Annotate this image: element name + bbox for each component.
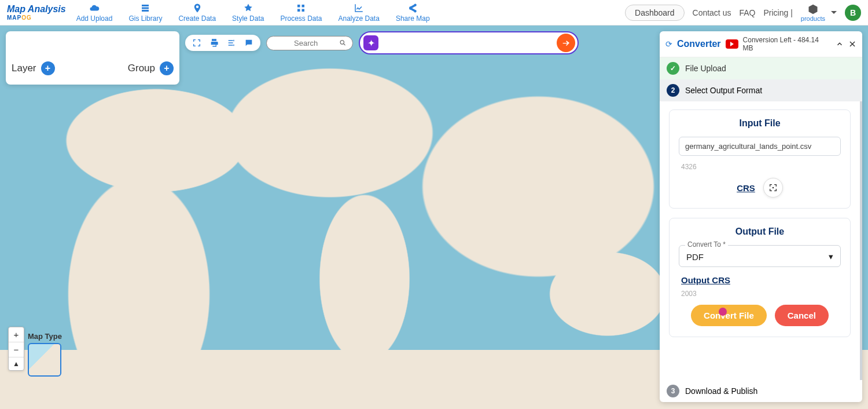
settings-icon[interactable] — [227, 38, 236, 48]
converter-panel: ⟳ Converter Conversion Left - 484.14 MB … — [660, 31, 862, 402]
step-output-format[interactable]: 2 Select Output Format — [660, 79, 862, 101]
arrow-right-icon — [561, 38, 571, 48]
output-crs-code: 2003 — [679, 289, 841, 301]
chevron-down-icon[interactable] — [831, 11, 837, 17]
print-icon[interactable] — [209, 38, 219, 48]
input-file-heading: Input File — [679, 118, 841, 129]
ai-bar[interactable]: ✦ — [359, 31, 579, 54]
style-icon — [243, 3, 253, 13]
library-icon — [140, 3, 150, 13]
output-file-heading: Output File — [679, 227, 841, 237]
brand-subtitle: MAPOG — [7, 14, 66, 21]
converter-header: ⟳ Converter Conversion Left - 484.14 MB — [660, 31, 862, 57]
cube-icon — [807, 3, 819, 15]
input-crs-code: 4326 — [679, 162, 841, 174]
group-label: Group — [128, 63, 155, 74]
crs-target-button[interactable] — [763, 178, 783, 198]
close-icon[interactable] — [848, 40, 856, 48]
brand[interactable]: Map Analysis MAPOG — [7, 4, 66, 21]
ai-sparkle-button[interactable]: ✦ — [363, 35, 378, 50]
products-menu[interactable]: products — [801, 3, 825, 22]
svg-point-0 — [340, 41, 344, 44]
output-file-card: Output File Convert To * PDF ▾ Output CR… — [669, 218, 851, 337]
map-type-label: Map Type — [28, 332, 62, 341]
check-icon: ✓ — [667, 62, 679, 75]
nav-create-data[interactable]: Create Data — [178, 3, 216, 23]
convert-to-label: Convert To * — [685, 240, 728, 249]
pricing-link[interactable]: Pricing | — [763, 8, 792, 17]
nav-gis-library[interactable]: Gis Library — [128, 3, 162, 23]
chevron-down-icon: ▾ — [829, 251, 833, 262]
converter-body: Input File germany_agricultural_lands_po… — [660, 101, 862, 380]
map-type: Map Type — [28, 332, 62, 377]
north-button[interactable]: ▲ — [9, 357, 24, 370]
nav-share-map[interactable]: Share Map — [396, 3, 430, 23]
analyze-icon — [354, 3, 364, 13]
brand-title: Map Analysis — [7, 4, 66, 14]
contact-link[interactable]: Contact us — [693, 8, 731, 17]
zoom-in-button[interactable]: + — [9, 327, 24, 342]
refresh-icon[interactable]: ⟳ — [665, 39, 672, 49]
crop-icon[interactable] — [192, 38, 201, 48]
add-layer-button[interactable]: + — [41, 61, 55, 75]
avatar[interactable]: B — [845, 5, 861, 21]
chevron-up-icon[interactable] — [836, 40, 844, 48]
process-icon — [296, 3, 306, 13]
map-toolbar: ✦ — [185, 31, 579, 54]
share-icon — [407, 3, 418, 13]
add-group-button[interactable]: + — [160, 61, 174, 75]
layer-panel: Layer + Group + — [6, 31, 179, 85]
input-file-card: Input File germany_agricultural_lands_po… — [669, 109, 851, 209]
map-search[interactable] — [266, 36, 353, 50]
pin-icon — [192, 3, 203, 13]
input-filename: germany_agricultural_lands_point.csv — [679, 137, 841, 156]
nav-add-upload[interactable]: Add Upload — [76, 3, 113, 23]
cursor-indicator — [719, 308, 727, 316]
nav-right: Dashboard Contact us FAQ Pricing | produ… — [625, 3, 861, 22]
layer-search[interactable] — [12, 36, 174, 48]
target-icon — [768, 183, 778, 192]
nav-analyze-data[interactable]: Analyze Data — [339, 3, 380, 23]
convert-file-button[interactable]: Convert File — [691, 305, 767, 326]
convert-to-value: PDF — [686, 252, 704, 262]
step-file-upload[interactable]: ✓ File Upload — [660, 57, 862, 79]
nav-items: Add Upload Gis Library Create Data Style… — [76, 3, 430, 23]
map-type-thumb[interactable] — [28, 343, 61, 377]
search-icon — [339, 39, 347, 47]
cancel-button[interactable]: Cancel — [775, 305, 829, 326]
layer-label: Layer — [12, 63, 36, 74]
nav-process-data[interactable]: Process Data — [280, 3, 322, 23]
output-crs-link[interactable]: Output CRS — [681, 275, 730, 285]
faq-link[interactable]: FAQ — [739, 8, 755, 17]
top-nav: Map Analysis MAPOG Add Upload Gis Librar… — [0, 0, 868, 25]
converter-title: Converter — [677, 39, 721, 49]
step-3-chip: 3 — [667, 385, 679, 397]
dashboard-button[interactable]: Dashboard — [625, 5, 685, 21]
crs-link[interactable]: CRS — [737, 183, 755, 193]
ai-go-button[interactable] — [557, 34, 575, 52]
tool-pill — [185, 35, 260, 51]
step-download-publish[interactable]: 3 Download & Publish — [660, 380, 862, 402]
search-input[interactable] — [273, 39, 339, 48]
nav-style-data[interactable]: Style Data — [232, 3, 264, 23]
youtube-icon[interactable] — [726, 39, 738, 49]
zoom-out-button[interactable]: − — [9, 342, 24, 357]
convert-to-select[interactable]: Convert To * PDF ▾ — [679, 245, 841, 267]
svg-point-3 — [772, 187, 774, 189]
conversion-left: Conversion Left - 484.14 MB — [743, 36, 832, 52]
zoom-controls: + − ▲ — [8, 327, 24, 371]
step-2-chip: 2 — [667, 84, 679, 97]
comment-icon[interactable] — [244, 38, 253, 48]
cloud-upload-icon — [89, 3, 100, 13]
